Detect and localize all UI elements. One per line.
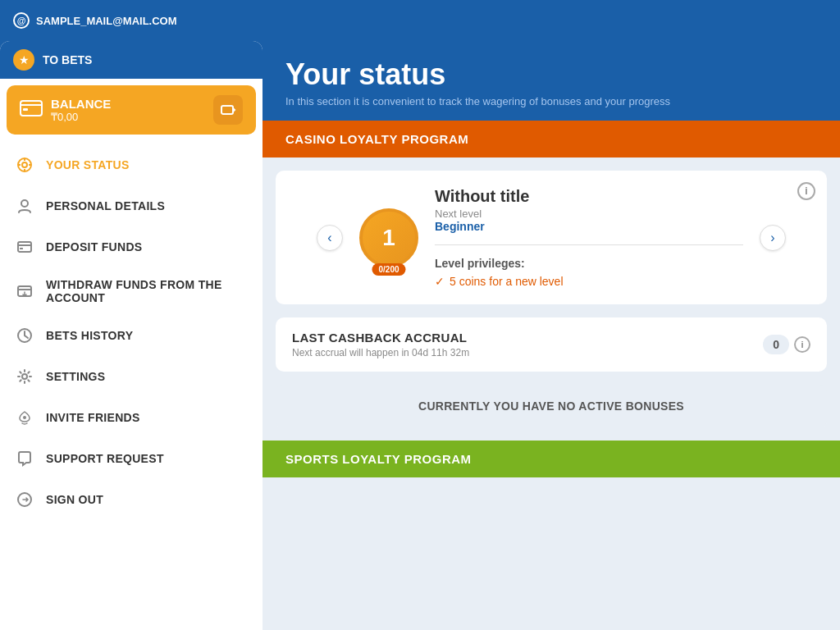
sign-out-icon [15,490,34,509]
cashback-right: 0 i [763,335,810,354]
sidebar-item-sign-out[interactable]: SIGN OUT [0,479,262,520]
balance-amount: ₸0,00 [51,111,111,123]
sidebar-item-withdraw-funds[interactable]: WITHDRAW FUNDS FROM THE ACCOUNT [0,267,262,315]
settings-icon [15,367,34,386]
level-next-value: Beginner [435,220,743,233]
email-icon: @ [13,12,30,29]
svg-point-5 [22,162,27,167]
page-subtitle: In this section it is convenient to trac… [285,95,817,107]
svg-rect-0 [21,101,42,116]
page-title: Your status [285,57,817,92]
loyalty-info-button[interactable]: i [797,182,815,200]
privilege-text: 5 coins for a new level [450,275,564,288]
level-title: Without title [435,187,743,206]
sidebar: ★ TO BETS BALANCE ₸0,00 [0,41,262,630]
medal-outer: 1 [359,208,418,267]
svg-rect-11 [18,242,31,252]
svg-point-17 [22,374,27,379]
casino-loyalty-card: i ‹ 1 0/200 Without title Next level [276,171,827,304]
main-content: Your status In this section it is conven… [262,41,840,630]
level-info: Without title Next level Beginner Level … [435,187,743,288]
cashback-section: LAST CASHBACK ACCRUAL Next accrual will … [276,317,827,372]
sidebar-item-settings[interactable]: SETTINGS [0,356,262,397]
svg-point-18 [23,416,26,419]
main-layout: ★ TO BETS BALANCE ₸0,00 [0,41,840,630]
cashback-title: LAST CASHBACK ACCRUAL [292,331,469,345]
personal-details-label: PERSONAL DETAILS [46,199,165,212]
check-icon: ✓ [435,275,445,288]
deposit-funds-label: DEPOSIT FUNDS [46,240,142,253]
content-header: Your status In this section it is conven… [262,41,840,121]
invite-friends-icon [15,408,34,427]
sidebar-item-deposit-funds[interactable]: DEPOSIT FUNDS [0,226,262,267]
privilege-item: ✓ 5 coins for a new level [435,275,743,288]
withdraw-funds-icon [15,281,34,301]
balance-text: BALANCE ₸0,00 [51,97,111,123]
cashback-subtitle: Next accrual will happen in 04d 11h 32m [292,347,469,358]
balance-label: BALANCE [51,97,111,111]
balance-action-button[interactable] [213,95,243,125]
sidebar-menu: YOUR STATUS PERSONAL DETAILS [0,141,262,630]
header: @ SAMPLE_MAIL@MAIL.COM [0,0,840,41]
to-bets-label: TO BETS [43,53,92,66]
level-prev-button[interactable]: ‹ [317,225,343,251]
sign-out-label: SIGN OUT [46,493,103,506]
level-next-label: Next level [435,208,743,220]
sidebar-item-your-status[interactable]: YOUR STATUS [0,144,262,185]
svg-rect-13 [20,248,23,249]
sports-loyalty-header: SPORTS LOYALTY PROGRAM [262,441,840,477]
balance-info: BALANCE ₸0,00 [20,97,111,123]
content-body: CASINO LOYALTY PROGRAM i ‹ 1 0/200 [262,121,840,630]
user-email: SAMPLE_MAIL@MAIL.COM [36,15,177,27]
cashback-left: LAST CASHBACK ACCRUAL Next accrual will … [292,331,469,358]
level-row: ‹ 1 0/200 Without title Next level Begin… [292,187,810,288]
sidebar-item-invite-friends[interactable]: INVITE FRIENDS [0,397,262,438]
sidebar-item-support-request[interactable]: SUPPORT REQUEST [0,438,262,479]
sidebar-item-personal-details[interactable]: PERSONAL DETAILS [0,185,262,226]
cashback-amount: 0 [763,335,789,354]
medal-progress: 0/200 [372,263,405,276]
settings-label: SETTINGS [46,370,105,383]
star-icon: ★ [13,49,34,71]
bets-history-icon [15,326,34,345]
header-email-row: @ SAMPLE_MAIL@MAIL.COM [13,12,177,29]
withdraw-funds-label: WITHDRAW FUNDS FROM THE ACCOUNT [46,278,248,304]
level-divider [435,244,743,245]
level-medal: 1 0/200 [359,208,418,267]
personal-details-icon [15,196,34,216]
svg-rect-3 [221,106,233,114]
your-status-label: YOUR STATUS [46,158,130,171]
cashback-info-button[interactable]: i [794,336,810,353]
svg-rect-2 [23,108,28,111]
svg-point-10 [21,200,28,207]
balance-card: BALANCE ₸0,00 [7,85,256,135]
your-status-icon [15,155,34,175]
no-bonuses-button[interactable]: CURRENTLY YOU HAVE NO ACTIVE BONUSES [276,385,827,427]
bets-history-label: BETS HISTORY [46,329,133,342]
to-bets-bar[interactable]: ★ TO BETS [0,41,262,79]
support-request-label: SUPPORT REQUEST [46,452,164,465]
level-privileges-label: Level privileges: [435,257,743,270]
invite-friends-label: INVITE FRIENDS [46,411,140,424]
level-next-button[interactable]: › [760,225,786,251]
medal-number: 1 [382,225,395,251]
sidebar-item-bets-history[interactable]: BETS HISTORY [0,315,262,356]
casino-loyalty-header: CASINO LOYALTY PROGRAM [262,121,840,158]
balance-card-icon [20,98,43,121]
deposit-funds-icon [15,237,34,257]
support-request-icon [15,449,34,468]
